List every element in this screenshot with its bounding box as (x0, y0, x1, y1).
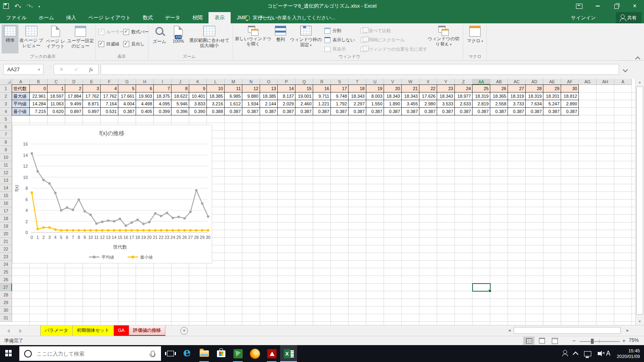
data-cell[interactable]: 1.612 (225, 100, 242, 108)
zoom-button[interactable]: ズーム (151, 25, 168, 53)
column-header[interactable]: A (12, 79, 30, 85)
row-header[interactable]: 20 (0, 230, 12, 238)
volume-muted-icon[interactable] (598, 352, 600, 355)
data-cell[interactable]: 11 (225, 85, 242, 93)
data-cell[interactable]: 1.792 (331, 100, 349, 108)
data-cell[interactable]: 0.387 (118, 108, 136, 115)
data-cell[interactable]: 24 (455, 85, 473, 93)
data-cell[interactable]: 6 (136, 85, 154, 93)
arrange-all-button[interactable]: 整列 (272, 25, 289, 53)
row-header[interactable]: 13 (0, 177, 12, 184)
taskbar-icon-file-explorer[interactable] (196, 345, 213, 362)
ruler-checkbox[interactable]: ルーラー (98, 29, 124, 35)
data-cell[interactable]: 23 (437, 85, 455, 93)
tell-me-box[interactable]: 実行したい作業を入力してください... (245, 12, 335, 23)
ribbon-display-options-button[interactable] (570, 0, 588, 12)
data-cell[interactable]: 20 (384, 85, 402, 93)
column-header[interactable]: V (384, 79, 402, 85)
data-cell[interactable]: 1.221 (313, 100, 331, 108)
data-cell[interactable]: 0.387 (260, 108, 278, 115)
data-cell[interactable]: 18.319 (508, 93, 526, 100)
data-cell[interactable]: 29 (543, 85, 561, 93)
column-header[interactable]: AC (508, 79, 526, 85)
select-all-corner[interactable] (0, 79, 12, 85)
freeze-panes-button[interactable]: ウィンドウ枠の固定 (290, 25, 322, 53)
column-header[interactable]: AE (543, 79, 561, 85)
data-cell[interactable]: 17.661 (118, 93, 136, 100)
taskbar-icon-task-view[interactable] (162, 345, 179, 362)
data-cell[interactable]: 18.597 (47, 93, 65, 100)
data-cell[interactable]: 0.387 (526, 108, 543, 115)
data-cell[interactable]: 10 (207, 85, 225, 93)
column-header[interactable]: J (171, 79, 189, 85)
data-cell[interactable]: 8 (171, 85, 189, 93)
headings-checkbox[interactable]: 見出し (123, 41, 144, 47)
column-header[interactable]: A (614, 79, 632, 85)
zoom-percentage[interactable]: 75% (629, 337, 639, 343)
hscroll-left-icon[interactable]: ◀ (506, 327, 512, 335)
data-cell[interactable]: 0.387 (349, 108, 366, 115)
data-cell[interactable]: 0.387 (402, 108, 419, 115)
page-layout-view-button[interactable]: ページ レイアウト (44, 25, 67, 53)
column-header[interactable]: T (349, 79, 366, 85)
data-cell[interactable]: 18.201 (543, 93, 561, 100)
formula-input[interactable] (101, 64, 619, 75)
data-cell[interactable]: 4.004 (118, 100, 136, 108)
row-header[interactable]: 30 (0, 306, 12, 314)
data-cell[interactable]: 17.626 (419, 93, 437, 100)
data-cell[interactable]: 0.399 (154, 108, 171, 115)
column-header[interactable]: H (136, 79, 154, 85)
row-header[interactable]: 1 (0, 85, 12, 93)
data-cell[interactable]: 0 (30, 85, 47, 93)
row-header[interactable]: 16 (0, 200, 12, 207)
data-cell[interactable]: 12 (242, 85, 260, 93)
hidden-icons-chevron-icon[interactable] (573, 352, 578, 357)
page-break-toggle[interactable] (549, 337, 560, 345)
row-header[interactable]: 19 (0, 222, 12, 230)
column-header[interactable]: C (47, 79, 65, 85)
data-cell[interactable]: 9 (189, 85, 207, 93)
name-box[interactable]: AA27▼ (3, 64, 43, 75)
column-header[interactable]: X (419, 79, 437, 85)
column-header[interactable]: U (366, 79, 384, 85)
column-header[interactable]: Y (437, 79, 455, 85)
data-cell[interactable]: 0.405 (136, 108, 154, 115)
synchronous-scrolling-button[interactable]: 同時にスクロール (361, 36, 405, 44)
minimize-button[interactable] (588, 0, 607, 12)
row-label-cell[interactable]: 平均値 (12, 100, 30, 108)
clock[interactable]: 15:45 2020/01/09 (617, 348, 640, 359)
data-cell[interactable]: 3.216 (207, 100, 225, 108)
data-cell[interactable]: 2 (65, 85, 83, 93)
close-button[interactable]: × (625, 0, 644, 12)
new-window-button[interactable]: 新しいウィンドウを開く (235, 25, 271, 53)
data-cell[interactable]: 5.946 (171, 100, 189, 108)
restore-button[interactable] (607, 0, 625, 12)
macros-button[interactable]: マクロ (465, 25, 485, 53)
page-break-preview-button[interactable]: 改ページ プレビュー (19, 25, 43, 53)
horizontal-scroll-thumb[interactable] (514, 327, 621, 334)
data-cell[interactable]: 18.365 (490, 93, 508, 100)
reset-window-position-button[interactable]: ウィンドウの位置を元に戻す (361, 45, 427, 53)
data-cell[interactable]: 3.733 (508, 100, 526, 108)
data-cell[interactable]: 1.890 (384, 100, 402, 108)
ribbon-tab-ホーム[interactable]: ホーム (33, 12, 60, 23)
data-cell[interactable]: 18.977 (455, 93, 473, 100)
row-header[interactable]: 25 (0, 268, 12, 276)
data-cell[interactable]: 0.390 (189, 108, 207, 115)
page-layout-toggle[interactable] (536, 337, 547, 345)
data-cell[interactable]: 0.387 (366, 108, 384, 115)
data-cell[interactable]: 0.897 (83, 108, 101, 115)
ribbon-tab-表示[interactable]: 表示 (208, 12, 231, 23)
normal-view-toggle[interactable] (523, 337, 535, 345)
column-header[interactable]: K (189, 79, 207, 85)
data-cell[interactable]: 0.387 (490, 108, 508, 115)
column-header[interactable]: B (30, 79, 47, 85)
row-header[interactable]: 10 (0, 154, 12, 161)
taskbar-icon-edge[interactable] (179, 345, 196, 362)
data-cell[interactable]: 19.903 (136, 93, 154, 100)
sheet-tab-初期個体セット[interactable]: 初期個体セット (72, 325, 114, 336)
ribbon-tab-数式[interactable]: 数式 (137, 12, 159, 23)
people-icon[interactable] (563, 350, 567, 354)
custom-views-button[interactable]: ユーザー設定のビュー (67, 25, 94, 53)
row-header[interactable]: 24 (0, 261, 12, 268)
